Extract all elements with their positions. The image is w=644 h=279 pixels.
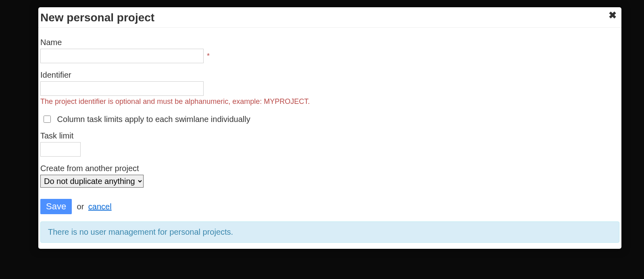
required-indicator: * [207, 52, 210, 60]
swimlane-checkbox-label[interactable]: Column task limits apply to each swimlan… [40, 115, 250, 124]
swimlane-checkbox[interactable] [44, 116, 51, 123]
cancel-link[interactable]: cancel [88, 202, 112, 211]
new-project-modal: New personal project ✖ Name * Identifier… [38, 7, 621, 249]
name-input[interactable] [40, 49, 204, 63]
name-field-group: Name * [40, 38, 619, 63]
create-from-label: Create from another project [40, 164, 619, 173]
identifier-input[interactable] [40, 81, 204, 96]
or-text: or [77, 202, 84, 211]
task-limit-label: Task limit [40, 131, 619, 141]
modal-header: New personal project ✖ [38, 7, 621, 28]
task-limit-field-group: Task limit [40, 131, 619, 157]
modal-body: Name * Identifier The project identifier… [38, 28, 621, 249]
identifier-field-group: Identifier The project identifier is opt… [40, 70, 619, 106]
identifier-hint: The project identifier is optional and m… [40, 97, 619, 106]
name-label: Name [40, 38, 619, 47]
form-actions: Save or cancel [40, 199, 619, 214]
modal-title: New personal project [40, 11, 615, 24]
save-button[interactable]: Save [40, 199, 72, 214]
create-from-select[interactable]: Do not duplicate anything [40, 175, 144, 188]
swimlane-checkbox-group: Column task limits apply to each swimlan… [40, 115, 619, 124]
swimlane-checkbox-text: Column task limits apply to each swimlan… [57, 115, 250, 124]
identifier-label: Identifier [40, 70, 619, 80]
info-alert: There is no user management for personal… [40, 221, 619, 243]
create-from-field-group: Create from another project Do not dupli… [40, 164, 619, 188]
close-icon[interactable]: ✖ [609, 10, 617, 20]
task-limit-input[interactable] [40, 142, 81, 157]
